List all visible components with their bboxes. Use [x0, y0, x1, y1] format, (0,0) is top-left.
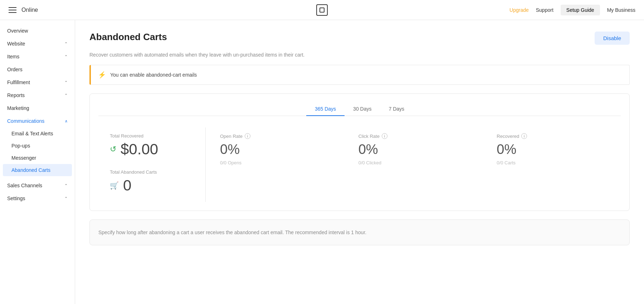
sidebar-item-overview[interactable]: Overview [0, 24, 75, 37]
click-rate-value: 0% [358, 142, 468, 157]
page-description: Recover customers with automated emails … [89, 52, 630, 58]
sidebar-item-settings[interactable]: Settings ⌃ [0, 192, 75, 205]
nav-right: Upgrade Support Setup Guide My Business [509, 5, 635, 15]
open-rate-value: 0% [220, 142, 330, 157]
main-layout: Overview Website ⌃ Items ⌃ Orders Fulfil… [0, 20, 644, 304]
tab-365-days[interactable]: 365 Days [306, 102, 345, 116]
chevron-down-icon: ⌃ [64, 80, 68, 85]
nav-left: Online [9, 7, 38, 13]
sidebar-item-communications[interactable]: Communications ∧ [0, 115, 75, 127]
click-rate-sub: 0/0 Clicked [358, 160, 468, 165]
tab-30-days[interactable]: 30 Days [345, 102, 380, 116]
sidebar-item-orders[interactable]: Orders [0, 63, 75, 76]
support-link[interactable]: Support [536, 7, 553, 13]
open-rate-section: Open Rate i 0% 0/0 Opens [206, 133, 344, 196]
stats-card: 365 Days 30 Days 7 Days Total Recovered [89, 93, 630, 211]
chevron-down-icon: ⌃ [64, 196, 68, 201]
total-recovered-section: Total Recovered ↺ $0.00 [110, 133, 194, 158]
tab-7-days[interactable]: 7 Days [380, 102, 413, 116]
sidebar-item-items[interactable]: Items ⌃ [0, 50, 75, 63]
info-icon[interactable]: i [521, 133, 527, 139]
recovered-section: Recovered i 0% 0/0 Carts [482, 133, 621, 196]
sidebar-item-marketing[interactable]: Marketing [0, 102, 75, 115]
chevron-down-icon: ⌃ [64, 42, 68, 46]
nav-center [316, 4, 328, 16]
brand-name: Online [21, 7, 38, 13]
sidebar-item-reports[interactable]: Reports ⌃ [0, 89, 75, 102]
click-rate-label: Click Rate i [358, 133, 468, 139]
recovered-value: 0% [497, 142, 606, 157]
chevron-down-icon: ⌃ [64, 183, 68, 188]
stats-tabs: 365 Days 30 Days 7 Days [98, 102, 621, 116]
sidebar-item-website[interactable]: Website ⌃ [0, 37, 75, 50]
stats-right-panel: Open Rate i 0% 0/0 Opens Click Rate i 0%… [206, 127, 621, 202]
info-icon[interactable]: i [382, 133, 387, 139]
lightning-icon: ⚡ [98, 71, 106, 79]
main-content: Abandoned Carts Disable Recover customer… [75, 20, 644, 304]
hamburger-menu[interactable] [9, 7, 16, 13]
sidebar: Overview Website ⌃ Items ⌃ Orders Fulfil… [0, 20, 75, 304]
upgrade-link[interactable]: Upgrade [509, 7, 529, 13]
bottom-card: Specify how long after abandoning a cart… [89, 219, 630, 245]
disable-button[interactable]: Disable [595, 32, 630, 45]
chevron-up-icon: ∧ [65, 119, 68, 124]
click-rate-section: Click Rate i 0% 0/0 Clicked [344, 133, 483, 196]
sidebar-item-messenger[interactable]: Messenger [0, 152, 75, 164]
recovered-sub: 0/0 Carts [497, 160, 606, 165]
top-navigation: Online Upgrade Support Setup Guide My Bu… [0, 0, 644, 20]
open-rate-sub: 0/0 Opens [220, 160, 330, 165]
total-recovered-label: Total Recovered [110, 133, 194, 139]
alert-banner: ⚡ You can enable abandoned-cart emails [89, 65, 630, 85]
total-carts-label: Total Abandoned Carts [110, 169, 194, 175]
stats-body: Total Recovered ↺ $0.00 Total Abandoned … [98, 127, 621, 202]
sidebar-item-sales-channels[interactable]: Sales Channels ⌃ [0, 179, 75, 192]
recovered-label: Recovered i [497, 133, 606, 139]
stats-left-panel: Total Recovered ↺ $0.00 Total Abandoned … [98, 127, 206, 202]
setup-guide-button[interactable]: Setup Guide [561, 5, 600, 15]
total-carts-value: 🛒 0 [110, 177, 194, 194]
sidebar-item-email-text-alerts[interactable]: Email & Text Alerts [0, 127, 75, 140]
chevron-down-icon: ⌃ [64, 93, 68, 98]
sidebar-item-fulfillment[interactable]: Fulfillment ⌃ [0, 76, 75, 89]
logo-icon [316, 4, 328, 16]
bottom-card-text: Specify how long after abandoning a cart… [98, 228, 621, 236]
refresh-icon: ↺ [110, 145, 116, 154]
page-title: Abandoned Carts [89, 32, 167, 43]
sidebar-item-abandoned-carts[interactable]: Abandoned Carts [3, 164, 72, 176]
total-recovered-value: ↺ $0.00 [110, 141, 194, 158]
my-business-button[interactable]: My Business [607, 7, 635, 13]
page-header: Abandoned Carts Disable [89, 32, 630, 45]
logo-inner-icon [319, 8, 325, 13]
chevron-down-icon: ⌃ [64, 54, 68, 59]
info-icon[interactable]: i [245, 133, 250, 139]
cart-icon: 🛒 [110, 181, 119, 190]
sidebar-item-pop-ups[interactable]: Pop-ups [0, 140, 75, 152]
alert-text: You can enable abandoned-cart emails [110, 72, 197, 78]
open-rate-label: Open Rate i [220, 133, 330, 139]
total-carts-section: Total Abandoned Carts 🛒 0 [110, 169, 194, 194]
